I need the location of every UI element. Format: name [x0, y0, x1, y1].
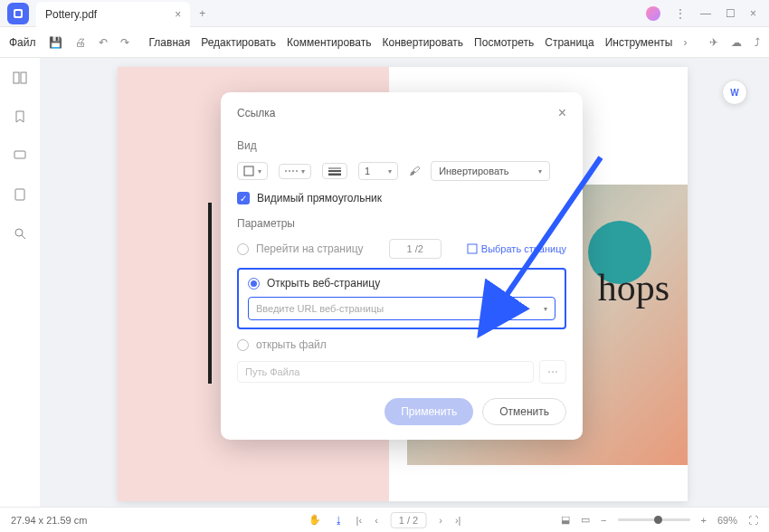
file-menu[interactable]: Файл	[9, 36, 36, 49]
url-input[interactable]: Введите URL веб-страницы▾	[248, 297, 555, 320]
attachments-icon[interactable]	[13, 187, 27, 204]
first-page-icon[interactable]: |‹	[356, 515, 363, 526]
menu-edit[interactable]: Редактировать	[197, 33, 280, 52]
left-sidebar	[0, 58, 40, 507]
file-path-input[interactable]: Путь Файла	[237, 361, 534, 383]
minimize-icon[interactable]: —	[700, 7, 711, 20]
link-dialog: Ссылка × Вид ▾ ▾ 1▾ 🖌 Инвертировать▾ ✓ В…	[221, 92, 583, 440]
line-style-dropdown[interactable]: ▾	[279, 164, 311, 179]
menu-more-icon[interactable]: ›	[679, 33, 690, 52]
svg-rect-1	[15, 11, 21, 16]
cloud-icon[interactable]: ☁	[731, 36, 742, 49]
zoom-slider[interactable]	[618, 518, 690, 521]
titlebar: Pottery.pdf × + ⋮ — ☐ ×	[0, 0, 769, 27]
apply-button[interactable]: Применить	[384, 398, 473, 425]
menu-view[interactable]: Посмотреть	[470, 33, 537, 52]
zoom-in-icon[interactable]: +	[701, 515, 707, 526]
add-tab-icon[interactable]: +	[199, 7, 205, 20]
app-icon[interactable]	[7, 3, 29, 24]
open-file-label: открыть файл	[256, 338, 327, 351]
section-view: Вид	[237, 139, 566, 152]
open-web-highlight: Открыть веб-страницу Введите URL веб-стр…	[237, 268, 566, 329]
menu-convert[interactable]: Конвертировать	[379, 33, 468, 52]
thickness-dropdown[interactable]: 1▾	[358, 162, 398, 180]
tab-title: Pottery.pdf	[45, 8, 97, 21]
svg-rect-5	[15, 189, 24, 200]
open-web-radio[interactable]	[248, 278, 260, 290]
menu-page[interactable]: Страница	[541, 33, 597, 52]
cancel-button[interactable]: Отменить	[482, 398, 566, 425]
open-file-radio[interactable]	[237, 339, 249, 351]
zoom-level: 69%	[717, 515, 737, 526]
menu-home[interactable]: Главная	[146, 33, 195, 52]
close-dialog-icon[interactable]: ×	[558, 105, 566, 121]
page-number-input[interactable]: 1 /2	[389, 239, 441, 259]
page-indicator[interactable]: 1 / 2	[391, 512, 426, 528]
fullscreen-icon[interactable]: ⛶	[748, 515, 758, 526]
fit-page-icon[interactable]: ▭	[581, 514, 590, 526]
color-picker-icon[interactable]: 🖌	[409, 165, 420, 177]
save-icon[interactable]: 💾	[49, 36, 62, 49]
select-tool-icon[interactable]: ⭳	[334, 515, 344, 526]
thumbnails-icon[interactable]	[13, 71, 27, 88]
next-page-icon[interactable]: ›	[439, 515, 442, 526]
visible-rect-checkbox[interactable]: ✓	[237, 192, 250, 204]
svg-rect-8	[244, 166, 253, 176]
line-weight-icon[interactable]	[322, 163, 347, 179]
undo-icon[interactable]: ↶	[99, 36, 108, 49]
close-window-icon[interactable]: ×	[750, 7, 756, 20]
svg-rect-3	[21, 72, 26, 83]
document-canvas: Информация hops W Ссылка × Вид ▾ ▾ 1▾ 🖌 …	[40, 58, 769, 507]
close-tab-icon[interactable]: ×	[175, 8, 181, 21]
dialog-title: Ссылка	[237, 107, 275, 119]
upload-icon[interactable]: ⤴	[755, 36, 760, 49]
comments-icon[interactable]	[13, 148, 27, 166]
print-icon[interactable]: 🖨	[75, 36, 86, 49]
browse-file-button[interactable]: ⋯	[539, 360, 566, 384]
search-icon[interactable]	[13, 226, 27, 243]
avatar[interactable]	[646, 6, 660, 21]
main-menu: Главная Редактировать Комментировать Кон…	[146, 33, 691, 52]
svg-point-6	[15, 229, 23, 236]
zoom-out-icon[interactable]: −	[601, 515, 606, 526]
open-web-label: Открыть веб-страницу	[267, 277, 380, 290]
page-dimensions: 27.94 x 21.59 cm	[11, 515, 87, 526]
svg-rect-2	[14, 72, 19, 83]
goto-page-radio[interactable]	[237, 243, 249, 255]
svg-rect-4	[14, 151, 25, 158]
redo-icon[interactable]: ↷	[120, 36, 129, 49]
svg-rect-13	[468, 244, 477, 253]
last-page-icon[interactable]: ›|	[455, 515, 461, 526]
bookmark-icon[interactable]	[13, 109, 27, 127]
menu-comment[interactable]: Комментировать	[283, 33, 375, 52]
prev-page-icon[interactable]: ‹	[375, 515, 378, 526]
statusbar: 27.94 x 21.59 cm ✋ ⭳ |‹ ‹ 1 / 2 › ›| ⬓ ▭…	[0, 507, 769, 532]
visible-rect-label: Видимый прямоугольник	[257, 192, 382, 204]
border-style-dropdown[interactable]: ▾	[237, 162, 268, 180]
fit-width-icon[interactable]: ⬓	[561, 514, 570, 526]
page-hops-text: hops	[598, 266, 669, 309]
svg-line-7	[22, 235, 25, 239]
section-params: Параметры	[237, 217, 566, 230]
toolbar: Файл 💾 🖨 ↶ ↷ Главная Редактировать Комме…	[0, 27, 769, 58]
invert-dropdown[interactable]: Инвертировать▾	[431, 161, 549, 181]
select-page-link[interactable]: Выбрать страницу	[467, 243, 566, 254]
word-badge[interactable]: W	[722, 80, 747, 105]
hand-tool-icon[interactable]: ✋	[309, 514, 321, 526]
menu-tools[interactable]: Инструменты	[602, 33, 677, 52]
kebab-icon[interactable]: ⋮	[675, 7, 686, 20]
goto-page-label: Перейти на страницу	[256, 242, 364, 255]
maximize-icon[interactable]: ☐	[726, 7, 736, 20]
document-tab[interactable]: Pottery.pdf ×	[36, 2, 190, 27]
window-controls: ⋮ — ☐ ×	[646, 6, 769, 21]
share-icon[interactable]: ✈	[709, 36, 718, 49]
